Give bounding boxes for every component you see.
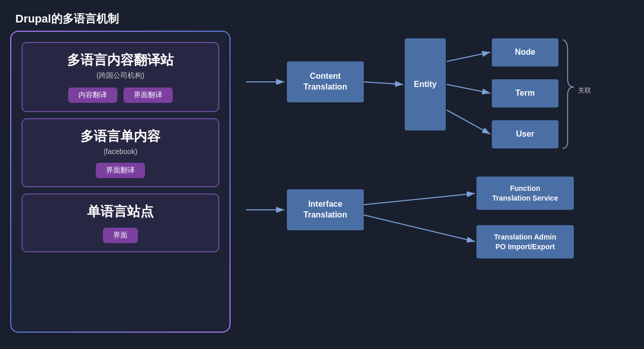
node-box: Node (492, 38, 558, 67)
svg-line-8 (364, 215, 475, 242)
diagram-area: Content Translation Entity Node Term Use… (246, 31, 635, 333)
user-box: User (492, 120, 558, 148)
guan-lian-label: 关联 (578, 86, 591, 95)
svg-line-5 (447, 110, 490, 134)
section-multilingual-translation: 多语言内容翻译站 (跨国公司机构) 内容翻译 界面翻译 (22, 42, 219, 112)
page-title: Drupal的多语言机制 (15, 11, 119, 27)
left-panel-border: 多语言内容翻译站 (跨国公司机构) 内容翻译 界面翻译 多语言单内容 (face… (10, 31, 231, 333)
section-monolingual: 单语言站点 界面 (22, 193, 219, 252)
translation-admin-box: Translation Admin PO Import/Export (476, 225, 574, 258)
svg-line-7 (364, 193, 475, 205)
svg-line-4 (447, 84, 490, 93)
tag-interface-translate: 界面翻译 (123, 88, 173, 103)
svg-line-3 (447, 52, 490, 61)
section1-subtitle: (跨国公司机构) (33, 71, 208, 80)
term-box: Term (492, 79, 558, 107)
svg-line-2 (364, 82, 403, 84)
section2-tags: 界面翻译 (33, 163, 208, 178)
left-panel-inner: 多语言内容翻译站 (跨国公司机构) 内容翻译 界面翻译 多语言单内容 (face… (11, 32, 230, 332)
section2-title: 多语言单内容 (33, 127, 208, 145)
tag-interface-translate-2: 界面翻译 (96, 163, 145, 178)
tag-interface: 界面 (103, 228, 138, 243)
interface-translation-box: Interface Translation (287, 189, 364, 230)
section2-subtitle: (facebook) (33, 147, 208, 156)
section3-tags: 界面 (33, 228, 208, 243)
function-translation-box: Function Translation Service (476, 177, 574, 210)
entity-box: Entity (405, 38, 446, 130)
tag-content-translate: 内容翻译 (68, 88, 117, 103)
section1-title: 多语言内容翻译站 (33, 51, 208, 69)
section-multilingual-single: 多语言单内容 (facebook) 界面翻译 (22, 118, 219, 187)
content-translation-box: Content Translation (287, 61, 364, 102)
section1-tags: 内容翻译 界面翻译 (33, 88, 208, 103)
section3-title: 单语言站点 (33, 203, 208, 221)
